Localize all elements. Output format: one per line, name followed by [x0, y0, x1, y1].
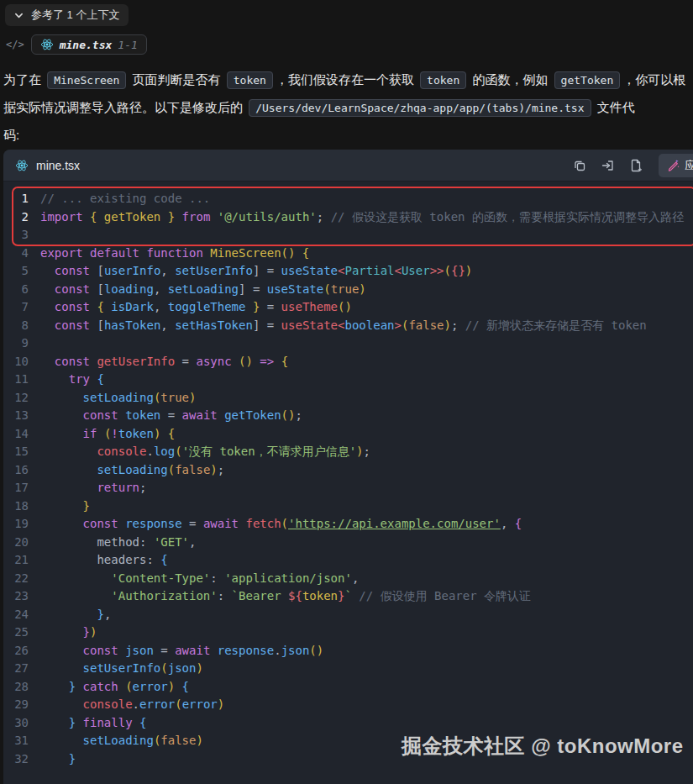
code-line: 14 if (!token) {	[3, 425, 693, 444]
context-file-chip[interactable]: mine.tsx 1-1	[31, 34, 147, 55]
line-number: 9	[3, 334, 29, 353]
insert-icon	[601, 159, 615, 172]
message-text: 据实际情况调整导入路径。以下是修改后的	[3, 100, 246, 114]
message-text: 页面判断是否有	[129, 72, 223, 87]
line-number: 27	[3, 660, 29, 678]
code-line: 9	[3, 334, 693, 353]
code-line-content: headers: {	[29, 551, 693, 570]
line-number: 8	[3, 317, 29, 335]
code-line: 16 setLoading(false);	[3, 461, 693, 480]
new-file-icon	[629, 159, 643, 172]
code-line-content: if (!token) {	[29, 425, 693, 444]
line-number: 1	[3, 190, 29, 208]
line-number: 12	[3, 389, 29, 408]
line-number: 20	[3, 534, 29, 552]
message-text: 的函数，例如	[469, 72, 551, 87]
line-number: 31	[3, 732, 29, 750]
context-file-name: mine.tsx	[60, 39, 113, 51]
message-text: 为了在	[3, 72, 45, 87]
code-line: 5 const [userInfo, setUserInfo] = useSta…	[3, 262, 693, 281]
insert-into-editor-button[interactable]	[601, 159, 615, 172]
apply-button[interactable]: 应用	[659, 154, 693, 177]
code-line: 10 const getUserInfo = async () => {	[3, 353, 693, 371]
code-line-content: const getUserInfo = async () => {	[29, 353, 693, 371]
context-file-row: </> mine.tsx 1-1	[6, 34, 693, 55]
code-line: 24 },	[3, 606, 693, 624]
line-number: 29	[3, 696, 29, 714]
code-line-content: console.error(error)	[29, 696, 693, 714]
line-number: 2	[3, 208, 29, 227]
code-line: 13 const token = await getToken();	[3, 407, 693, 425]
react-icon	[40, 38, 54, 51]
line-number: 15	[3, 443, 29, 461]
copy-icon	[573, 159, 586, 172]
code-line: 17 return;	[3, 479, 693, 497]
react-icon	[15, 159, 29, 172]
message-text: ，我们假设存在一个获取	[276, 72, 417, 87]
code-line: 30 } finally {	[3, 714, 693, 733]
line-number: 5	[3, 262, 29, 281]
line-number: 19	[3, 515, 29, 534]
code-line-content: const [hasToken, setHasToken] = useState…	[29, 317, 693, 335]
chevron-down-icon	[14, 11, 24, 20]
context-toggle-label: 参考了 1 个上下文	[31, 8, 119, 23]
line-number: 32	[3, 750, 29, 769]
code-line: 23 'Authorization': `Bearer ${token}` //…	[3, 587, 693, 606]
code-line-content: const [loading, setLoading] = useState(t…	[29, 281, 693, 299]
code-line-content: const token = await getToken();	[29, 407, 693, 425]
code-line-content: 'Authorization': `Bearer ${token}` // 假设…	[29, 587, 693, 606]
inline-code-chip: MineScreen	[47, 71, 126, 89]
message-text: 码:	[3, 128, 19, 142]
line-number: 4	[3, 245, 29, 263]
message-text: ，你可以根	[622, 72, 685, 87]
code-block-header: mine.tsx 应用	[3, 150, 693, 182]
assistant-message: 为了在 MineScreen 页面判断是否有 token，我们假设存在一个获取 …	[3, 66, 690, 149]
line-number: 11	[3, 371, 29, 389]
code-line: 6 const [loading, setLoading] = useState…	[3, 281, 693, 299]
code-line: 27 setUserInfo(json)	[3, 660, 693, 678]
new-file-button[interactable]	[629, 159, 643, 172]
message-line: 码:	[3, 121, 690, 149]
code-line: 29 console.error(error)	[3, 696, 693, 714]
code-line-content: } catch (error) {	[29, 678, 693, 697]
apply-button-label: 应用	[685, 158, 693, 173]
inline-code-chip: token	[420, 71, 466, 89]
context-toggle-button[interactable]: 参考了 1 个上下文	[5, 4, 129, 26]
code-block: mine.tsx 应用 1// ... existing code ...2im…	[3, 150, 693, 784]
code-line-content: console.log('没有 token，不请求用户信息');	[29, 443, 693, 461]
line-number: 26	[3, 642, 29, 660]
line-number: 22	[3, 570, 29, 588]
code-line: 18 }	[3, 497, 693, 516]
code-line: 7 const { isDark, toggleTheme } = useThe…	[3, 298, 693, 317]
line-number: 16	[3, 461, 29, 480]
code-line: 8 const [hasToken, setHasToken] = useSta…	[3, 317, 693, 335]
code-line: 28 } catch (error) {	[3, 678, 693, 697]
line-number: 6	[3, 281, 29, 299]
code-line: 12 setLoading(true)	[3, 389, 693, 408]
inline-code-chip: getToken	[554, 71, 621, 89]
line-number: 21	[3, 551, 29, 570]
code-line: 31 setLoading(false)	[3, 732, 693, 750]
code-line: 3	[3, 226, 693, 245]
line-number: 25	[3, 624, 29, 642]
context-toggle-bar: 参考了 1 个上下文	[0, 0, 693, 26]
line-number: 10	[3, 353, 29, 371]
code-line: 32 }	[3, 750, 693, 769]
code-line-content: return;	[29, 479, 693, 497]
code-line-content: // ... existing code ...	[29, 190, 693, 208]
code-line-content: }	[29, 497, 693, 516]
code-block-actions: 应用	[573, 154, 686, 177]
code-line-content: export default function MineScreen() {	[29, 245, 693, 263]
copy-button[interactable]	[573, 159, 586, 172]
code-line-content: const json = await response.json()	[29, 642, 693, 660]
code-icon: </>	[6, 39, 24, 50]
context-file-range: 1-1	[118, 39, 137, 51]
line-number: 28	[3, 678, 29, 697]
code-line-content: const [userInfo, setUserInfo] = useState…	[29, 262, 693, 281]
code-line: 11 try {	[3, 371, 693, 389]
code-line-content: setLoading(false)	[29, 732, 693, 750]
line-number: 3	[3, 226, 29, 245]
code-line-content: import { getToken } from '@/utils/auth';…	[29, 208, 693, 227]
inline-code-chip: token	[227, 71, 273, 89]
code-line: 4export default function MineScreen() {	[3, 245, 693, 263]
